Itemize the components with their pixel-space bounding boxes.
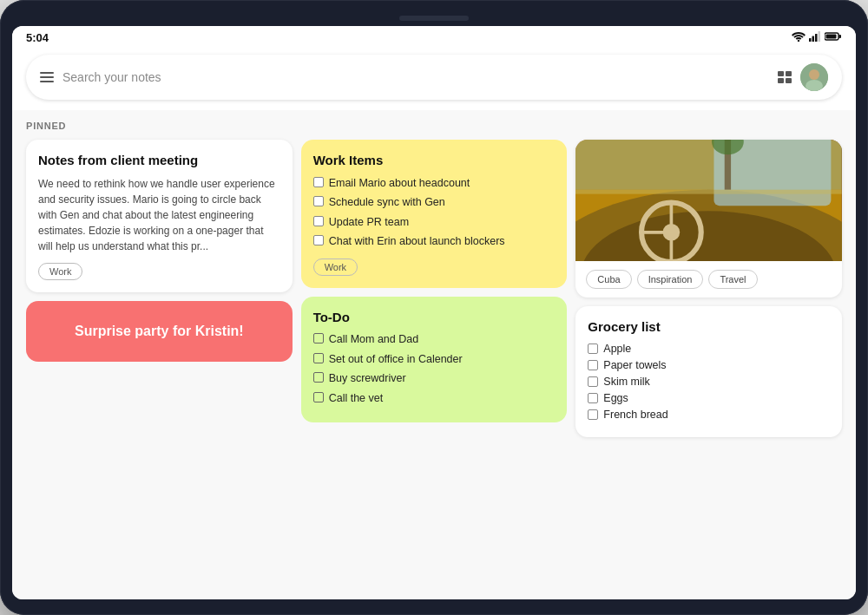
middle-column: Work Items Email Mario about headcount S… bbox=[301, 140, 568, 422]
work-item-4: Chat with Erin about launch blockers bbox=[313, 234, 556, 250]
work-item-2: Schedule sync with Gen bbox=[313, 195, 556, 211]
search-bar-container: Search your notes bbox=[12, 48, 856, 110]
signal-icon bbox=[809, 31, 821, 44]
grocery-item-2: Paper towels bbox=[588, 359, 830, 371]
svg-point-9 bbox=[809, 69, 819, 80]
grocery-item-5-text: French bread bbox=[603, 409, 667, 421]
main-content: PINNED Notes from client meeting We need… bbox=[12, 110, 856, 599]
left-column: Notes from client meeting We need to ret… bbox=[26, 140, 293, 362]
todo-list: Call Mom and Dad Set out of office in Ca… bbox=[313, 332, 556, 406]
work-item-4-text: Chat with Erin about launch blockers bbox=[329, 234, 505, 250]
cards-grid: Notes from client meeting We need to ret… bbox=[26, 140, 842, 437]
photo-tag-inspiration[interactable]: Inspiration bbox=[637, 270, 704, 289]
todo-checkbox-3[interactable] bbox=[313, 372, 324, 383]
tablet-screen: 5:04 bbox=[12, 26, 856, 599]
grocery-item-3: Skim milk bbox=[588, 376, 830, 388]
photo-image bbox=[575, 140, 842, 261]
grocery-checkbox-5[interactable] bbox=[588, 409, 598, 420]
notes-card-tag[interactable]: Work bbox=[38, 263, 82, 280]
grocery-checkbox-2[interactable] bbox=[588, 360, 598, 370]
grocery-item-2-text: Paper towels bbox=[603, 359, 666, 371]
surprise-party-text: Surprise party for Kristin! bbox=[75, 324, 244, 339]
status-time: 5:04 bbox=[26, 31, 49, 44]
todo-item-1-text: Call Mom and Dad bbox=[329, 332, 419, 348]
work-items-list: Email Mario about headcount Schedule syn… bbox=[313, 176, 556, 250]
grocery-list-card[interactable]: Grocery list Apple Paper towels bbox=[575, 306, 842, 437]
photo-tag-cuba[interactable]: Cuba bbox=[586, 270, 631, 289]
todo-checkbox-1[interactable] bbox=[313, 333, 324, 343]
search-placeholder: Search your notes bbox=[62, 70, 769, 84]
grocery-checkbox-3[interactable] bbox=[588, 376, 598, 387]
todo-checkbox-4[interactable] bbox=[313, 392, 324, 402]
photo-card[interactable]: Cuba Inspiration Travel bbox=[575, 140, 842, 298]
work-items-title: Work Items bbox=[313, 152, 556, 169]
todo-item-3-text: Buy screwdriver bbox=[329, 371, 406, 387]
right-column: Cuba Inspiration Travel Grocery list App… bbox=[575, 140, 842, 437]
grocery-item-4-text: Eggs bbox=[603, 392, 628, 404]
svg-point-0 bbox=[798, 40, 799, 42]
svg-rect-23 bbox=[575, 190, 842, 194]
work-item-3: Update PR team bbox=[313, 215, 556, 231]
photo-tags: Cuba Inspiration Travel bbox=[575, 261, 842, 298]
grocery-item-4: Eggs bbox=[588, 392, 830, 404]
work-items-card[interactable]: Work Items Email Mario about headcount S… bbox=[301, 140, 568, 288]
grocery-item-3-text: Skim milk bbox=[603, 376, 649, 388]
work-checkbox-1[interactable] bbox=[313, 177, 324, 187]
grocery-list-title: Grocery list bbox=[588, 318, 830, 336]
grocery-checkbox-1[interactable] bbox=[588, 343, 598, 354]
work-checkbox-4[interactable] bbox=[313, 235, 324, 245]
work-item-3-text: Update PR team bbox=[329, 215, 409, 231]
notes-card-title: Notes from client meeting bbox=[38, 152, 280, 169]
svg-rect-6 bbox=[839, 35, 842, 38]
hamburger-icon[interactable] bbox=[40, 72, 54, 82]
surprise-party-card[interactable]: Surprise party for Kristin! bbox=[26, 301, 293, 362]
todo-item-3: Buy screwdriver bbox=[313, 371, 556, 387]
grocery-checkbox-4[interactable] bbox=[588, 393, 598, 403]
status-bar: 5:04 bbox=[12, 26, 856, 48]
svg-rect-2 bbox=[812, 36, 815, 43]
tablet-device: 5:04 bbox=[0, 0, 868, 615]
todo-item-4: Call the vet bbox=[313, 391, 556, 407]
search-right-icons bbox=[778, 63, 828, 91]
todo-item-2-text: Set out of office in Calender bbox=[329, 352, 463, 368]
avatar[interactable] bbox=[800, 63, 828, 91]
svg-rect-3 bbox=[815, 34, 818, 42]
battery-icon bbox=[825, 31, 842, 44]
work-checkbox-2[interactable] bbox=[313, 196, 324, 206]
svg-rect-4 bbox=[819, 31, 821, 42]
grid-view-icon[interactable] bbox=[778, 71, 792, 83]
tablet-camera bbox=[399, 16, 469, 21]
grocery-item-5: French bread bbox=[588, 409, 830, 421]
tablet-top-bar bbox=[12, 16, 856, 21]
work-item-1-text: Email Mario about headcount bbox=[329, 176, 470, 192]
svg-rect-1 bbox=[809, 38, 812, 42]
pinned-section-label: PINNED bbox=[26, 121, 842, 131]
grocery-item-1-text: Apple bbox=[603, 343, 631, 355]
todo-item-4-text: Call the vet bbox=[329, 391, 384, 407]
notes-from-client-card[interactable]: Notes from client meeting We need to ret… bbox=[26, 140, 293, 292]
wifi-icon bbox=[792, 31, 806, 44]
grocery-list: Apple Paper towels Skim milk bbox=[588, 343, 830, 421]
todo-item-1: Call Mom and Dad bbox=[313, 332, 556, 348]
grocery-item-1: Apple bbox=[588, 343, 830, 355]
photo-tag-travel[interactable]: Travel bbox=[708, 270, 757, 289]
search-bar[interactable]: Search your notes bbox=[26, 55, 842, 100]
status-icons bbox=[792, 31, 842, 44]
work-checkbox-3[interactable] bbox=[313, 216, 324, 226]
work-item-2-text: Schedule sync with Gen bbox=[329, 195, 445, 211]
svg-rect-7 bbox=[826, 35, 837, 39]
todo-checkbox-2[interactable] bbox=[313, 353, 324, 363]
todo-item-2: Set out of office in Calender bbox=[313, 352, 556, 368]
todo-card[interactable]: To-Do Call Mom and Dad Set out of office… bbox=[301, 297, 568, 423]
work-items-tag[interactable]: Work bbox=[313, 258, 358, 276]
work-item-1: Email Mario about headcount bbox=[313, 176, 556, 192]
notes-card-body: We need to rethink how we handle user ex… bbox=[38, 176, 280, 254]
todo-title: To-Do bbox=[313, 309, 556, 326]
